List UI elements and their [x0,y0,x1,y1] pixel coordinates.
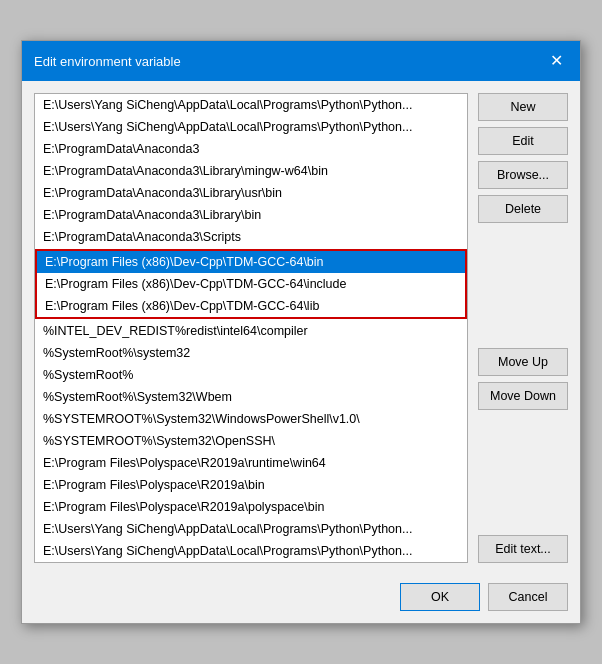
list-item[interactable]: E:\ProgramData\Anaconda3\Library\bin [35,204,467,226]
dialog-title: Edit environment variable [34,54,181,69]
list-item[interactable]: %SystemRoot% [35,364,467,386]
buttons-panel: New Edit Browse... Delete Move Up Move D… [478,93,568,563]
content-area: E:\Users\Yang SiCheng\AppData\Local\Prog… [22,81,580,575]
cancel-button[interactable]: Cancel [488,583,568,611]
env-variable-list[interactable]: E:\Users\Yang SiCheng\AppData\Local\Prog… [34,93,468,563]
list-item[interactable]: E:\Program Files (x86)\Dev-Cpp\TDM-GCC-6… [37,295,465,317]
browse-button[interactable]: Browse... [478,161,568,189]
selected-group-wrapper: E:\Program Files (x86)\Dev-Cpp\TDM-GCC-6… [35,249,467,319]
edit-text-button[interactable]: Edit text... [478,535,568,563]
list-item[interactable]: E:\Program Files\Polyspace\R2019a\runtim… [35,452,467,474]
move-up-button[interactable]: Move Up [478,348,568,376]
list-item[interactable]: E:\Users\Yang SiCheng\AppData\Local\Prog… [35,116,467,138]
list-item[interactable]: E:\Program Files\Polyspace\R2019a\polysp… [35,496,467,518]
list-item[interactable]: E:\ProgramData\Anaconda3\Library\usr\bin [35,182,467,204]
delete-button[interactable]: Delete [478,195,568,223]
list-panel: E:\Users\Yang SiCheng\AppData\Local\Prog… [34,93,468,563]
edit-button[interactable]: Edit [478,127,568,155]
new-button[interactable]: New [478,93,568,121]
list-item[interactable]: E:\ProgramData\Anaconda3\Library\mingw-w… [35,160,467,182]
list-item[interactable]: E:\Program Files\Polyspace\R2019a\bin [35,474,467,496]
move-down-button[interactable]: Move Down [478,382,568,410]
ok-button[interactable]: OK [400,583,480,611]
list-item[interactable]: E:\Users\Yang SiCheng\AppData\Local\Prog… [35,518,467,540]
title-bar: Edit environment variable ✕ [22,41,580,81]
list-item[interactable]: %INTEL_DEV_REDIST%redist\intel64\compile… [35,320,467,342]
close-button[interactable]: ✕ [544,49,568,73]
list-item[interactable]: E:\ProgramData\Anaconda3\Scripts [35,226,467,248]
dialog: Edit environment variable ✕ E:\Users\Yan… [21,40,581,624]
list-item[interactable]: E:\Users\Yang SiCheng\AppData\Local\Prog… [35,94,467,116]
footer: OK Cancel [22,575,580,623]
list-item[interactable]: %SystemRoot%\System32\Wbem [35,386,467,408]
list-item[interactable]: %SystemRoot%\system32 [35,342,467,364]
list-item[interactable]: E:\Program Files (x86)\Dev-Cpp\TDM-GCC-6… [37,273,465,295]
list-item[interactable]: %SYSTEMROOT%\System32\WindowsPowerShell\… [35,408,467,430]
list-item[interactable]: E:\Users\Yang SiCheng\AppData\Local\Prog… [35,540,467,562]
list-item[interactable]: E:\ProgramData\Anaconda3 [35,138,467,160]
list-item[interactable]: E:\Program Files (x86)\Dev-Cpp\TDM-GCC-6… [37,251,465,273]
list-item[interactable]: %SYSTEMROOT%\System32\OpenSSH\ [35,430,467,452]
